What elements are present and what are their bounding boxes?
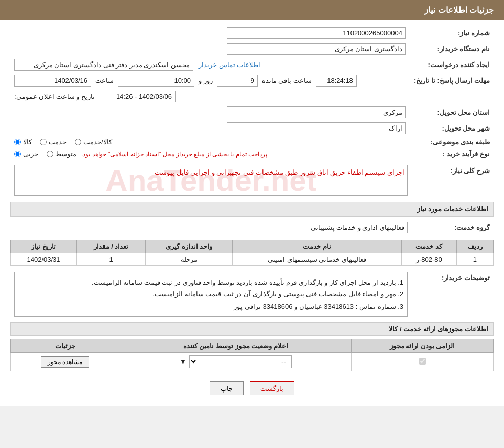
permit-row: -- ▼ مشاهده مجوز — [11, 353, 494, 371]
ijadKonande-value: محسن اسکندری مدیر دفتر فنی دادگستری استا… — [14, 59, 193, 71]
saat-label: ساعت — [95, 77, 114, 84]
chap-button[interactable]: چاپ — [210, 381, 244, 395]
page-header: جزئیات اطلاعات نیاز — [0, 0, 504, 20]
groohKhedmat-value: فعالیتهای اداری و خدمات پشتیبانی — [229, 222, 408, 233]
sharhKolli-value: اجرای سیستم اطفاء حریق اتاق سرور طبق مشخ… — [14, 165, 408, 196]
services-table: ردیف کد خدمت نام خدمت واحد اندازه گیری ت… — [10, 240, 494, 266]
noeFarayand-label: نوع فرآیند خرید : — [410, 148, 494, 160]
tarikheElan-label: تاریخ و ساعت اعلان عمومی: — [14, 93, 95, 100]
namDastgah-value: دادگستری استان مرکزی — [227, 43, 406, 55]
bottom-buttons: بازگشت چاپ — [10, 381, 494, 395]
col-tedad: تعداد / مقدار — [77, 240, 146, 253]
tarikh-value: 1402/03/16 — [14, 75, 91, 87]
shahrMahal-value: اراک — [227, 122, 406, 134]
shomareNiaz-label: شماره نیاز: — [410, 25, 494, 41]
service-row: 1802-80-زفعالیتهای خدماتی سیستمهای امنیت… — [11, 253, 494, 266]
noeFarayand-jozi[interactable]: جزیی — [14, 150, 38, 158]
noeFarayand-note: پرداخت تمام یا بخشی از مبلغ خریداز محل "… — [81, 151, 267, 158]
page-title: جزئیات اطلاعات نیاز — [424, 6, 494, 14]
mohlatErsalPasokh-label: مهلت ارسال پاسخ: تا تاریخ: — [410, 73, 494, 89]
shomareNiaz-value: 1102000265000004 — [227, 27, 406, 39]
services-section-title: اطلاعات خدمات مورد نیاز — [10, 202, 494, 217]
groohKhedmat-label: گروه خدمت: — [412, 220, 494, 236]
ettelaatTamas-link[interactable]: اطلاعات تماس خریدار — [199, 61, 260, 69]
tarikheElan-value: 1402/03/06 - 14:26 — [99, 91, 176, 102]
noeFarayand-motavasset[interactable]: متوسط — [47, 150, 76, 158]
permit-col-joziyat: جزئیات — [11, 339, 120, 353]
shahrMahal-label: شهر محل تحویل: — [410, 120, 494, 136]
tabaqe-kala[interactable]: کالا — [14, 138, 32, 146]
col-vahedAndaze: واحد اندازه گیری — [145, 240, 232, 253]
buyerNotes-content: 1. بازدید از محل اجرای کار و بارگذاری فر… — [14, 272, 408, 317]
col-kodKhedmat: کد خدمت — [401, 240, 456, 253]
baghimande-value: 18:24:18 — [316, 75, 357, 87]
permit-select[interactable]: -- — [189, 355, 292, 368]
permit-table: الزامی بودن ارائه مجوز اعلام وضعیت مجوز … — [10, 339, 494, 371]
baghimande-label: ساعت باقی مانده — [262, 77, 312, 84]
dropdown-icon: ▼ — [180, 358, 186, 366]
tabaqe-kalaKhedmat[interactable]: کالا/خدمت — [75, 138, 112, 146]
tabaqeBandi-label: طبقه بندی موضوعی: — [410, 136, 494, 148]
col-radif: ردیف — [456, 240, 493, 253]
col-tarikh: تاریخ نیاز — [11, 240, 77, 253]
tabaqe-khedmat[interactable]: خدمت — [40, 138, 67, 146]
permit-checkbox — [419, 358, 426, 365]
ostanMahal-value: مرکزی — [227, 106, 406, 118]
buyerNotes-label: توضیحات خریدار: — [412, 270, 494, 319]
ijadKonande-label: ایجاد کننده درخواست: — [410, 57, 494, 73]
permit-col-elzami: الزامی بودن ارائه مجوز — [352, 339, 494, 353]
ostanMahal-label: استان محل تحویل: — [410, 104, 494, 120]
col-namKhedmat: نام خدمت — [233, 240, 402, 253]
permit-section-title: اطلاعات مجوزهای ارائه خدمت / کالا — [10, 322, 494, 336]
bazgasht-button[interactable]: بازگشت — [250, 381, 294, 395]
sharhKolli-label: شرح کلی نیاز: — [412, 163, 494, 198]
view-permit-button[interactable]: مشاهده مجوز — [41, 356, 89, 368]
rooz-value: 9 — [217, 75, 258, 87]
permit-col-elamVaziat: اعلام وضعیت مجوز توسط نامین کننده — [120, 339, 352, 353]
namDastgah-label: نام دستگاه خریدار: — [410, 41, 494, 57]
rooz-label: روز و — [199, 77, 213, 84]
saat-value: 10:00 — [118, 75, 194, 87]
